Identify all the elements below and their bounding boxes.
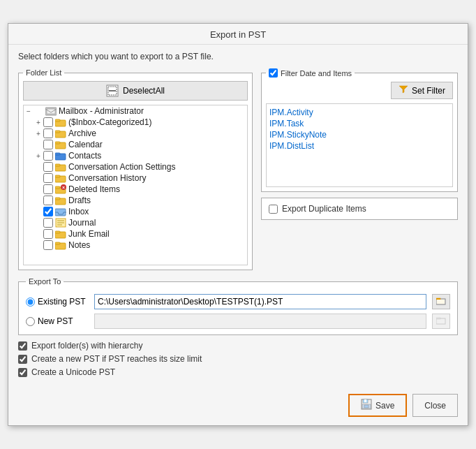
tree-item[interactable]: −Mailbox - Administrator bbox=[24, 105, 247, 117]
svg-text:×: × bbox=[62, 185, 65, 190]
tree-checkbox[interactable] bbox=[43, 240, 53, 250]
tree-checkbox[interactable] bbox=[43, 117, 53, 127]
footer: Save Close bbox=[8, 388, 468, 425]
tree-checkbox[interactable] bbox=[43, 128, 53, 138]
export-duplicate-label[interactable]: Export Duplicate Items bbox=[282, 204, 366, 214]
close-button[interactable]: Close bbox=[412, 394, 458, 417]
svg-rect-17 bbox=[55, 186, 60, 189]
svg-rect-38 bbox=[364, 399, 366, 402]
tree-checkbox[interactable] bbox=[43, 140, 53, 149]
existing-pst-row: Existing PST bbox=[26, 294, 450, 309]
set-filter-button[interactable]: Set Filter bbox=[391, 82, 453, 99]
new-pst-radio-label[interactable]: New PST bbox=[26, 316, 89, 326]
svg-rect-3 bbox=[47, 109, 55, 114]
folder-icon: × bbox=[55, 184, 66, 194]
option-row: Export folder(s) with hierarchy bbox=[18, 341, 458, 351]
set-filter-label: Set Filter bbox=[412, 86, 445, 96]
tree-checkbox[interactable] bbox=[43, 229, 53, 239]
folder-icon bbox=[55, 207, 66, 216]
filter-list-item: IPM.StickyNote bbox=[269, 129, 449, 140]
export-duplicate-checkbox[interactable] bbox=[269, 205, 278, 214]
svg-rect-13 bbox=[55, 164, 60, 166]
tree-item[interactable]: Conversation Action Settings bbox=[24, 161, 247, 172]
tree-item[interactable]: ×Deleted Items bbox=[24, 184, 247, 195]
folder-list-legend: Folder List bbox=[23, 68, 64, 77]
svg-rect-7 bbox=[55, 131, 60, 133]
export-dialog: Export in PST Select folders which you w… bbox=[8, 23, 468, 426]
deselect-all-button[interactable]: DeselectAll bbox=[23, 81, 248, 101]
tree-expander[interactable]: + bbox=[34, 152, 43, 160]
svg-rect-35 bbox=[436, 318, 440, 319]
option-checkbox[interactable] bbox=[18, 355, 27, 364]
option-label[interactable]: Create a new PST if PST reaches its size… bbox=[31, 354, 202, 364]
option-checkbox[interactable] bbox=[18, 368, 27, 377]
filter-list: IPM.ActivityIPM.TaskIPM.StickyNoteIPM.Di… bbox=[266, 103, 453, 187]
tree-checkbox[interactable] bbox=[43, 207, 53, 216]
export-to-fieldset: Export To Existing PST bbox=[18, 277, 458, 335]
browse-icon-disabled bbox=[436, 316, 446, 327]
filter-enabled-checkbox[interactable] bbox=[269, 68, 278, 78]
option-label[interactable]: Create a Unicode PST bbox=[31, 367, 115, 377]
folder-icon bbox=[55, 229, 66, 239]
tree-item-label: Mailbox - Administrator bbox=[59, 106, 144, 116]
svg-rect-33 bbox=[437, 300, 445, 304]
tree-item-label: Deleted Items bbox=[68, 184, 120, 194]
tree-expander[interactable]: + bbox=[34, 130, 43, 138]
svg-rect-9 bbox=[55, 142, 60, 144]
filter-list-item: IPM.DistList bbox=[269, 140, 449, 152]
tree-item-label: Conversation Action Settings bbox=[68, 162, 175, 172]
svg-rect-30 bbox=[55, 242, 60, 244]
tree-item-label: ($Inbox-Categorized1) bbox=[68, 117, 151, 127]
folder-icon bbox=[55, 218, 66, 228]
tree-item-label: Journal bbox=[68, 218, 96, 228]
export-to-legend: Export To bbox=[26, 277, 64, 286]
tree-item-label: Drafts bbox=[68, 196, 91, 205]
tree-item[interactable]: Junk Email bbox=[24, 228, 247, 240]
svg-rect-40 bbox=[364, 405, 369, 408]
existing-pst-path-input[interactable] bbox=[94, 294, 426, 309]
existing-pst-radio-label[interactable]: Existing PST bbox=[26, 297, 89, 307]
folder-icon bbox=[55, 240, 66, 250]
tree-item[interactable]: +Contacts bbox=[24, 150, 247, 161]
filter-list-item: IPM.Activity bbox=[269, 107, 449, 118]
new-pst-row: New PST bbox=[26, 314, 450, 329]
browse-icon bbox=[436, 297, 446, 307]
option-row: Create a Unicode PST bbox=[18, 367, 458, 377]
tree-checkbox[interactable] bbox=[43, 196, 53, 205]
svg-rect-32 bbox=[436, 298, 440, 300]
new-pst-radio[interactable] bbox=[26, 317, 35, 326]
options-section: Export folder(s) with hierarchy Create a… bbox=[18, 341, 458, 377]
tree-item[interactable]: Calendar bbox=[24, 139, 247, 150]
tree-expander[interactable]: + bbox=[34, 119, 43, 126]
tree-checkbox[interactable] bbox=[43, 218, 53, 228]
tree-item[interactable]: +($Inbox-Categorized1) bbox=[24, 117, 247, 128]
deselect-all-label: DeselectAll bbox=[123, 86, 165, 96]
tree-item-label: Archive bbox=[68, 128, 96, 138]
option-row: Create a new PST if PST reaches its size… bbox=[18, 354, 458, 364]
tree-item[interactable]: Journal bbox=[24, 217, 247, 228]
tree-checkbox[interactable] bbox=[43, 162, 53, 172]
folder-tree[interactable]: −Mailbox - Administrator+($Inbox-Categor… bbox=[23, 105, 248, 265]
save-button[interactable]: Save bbox=[348, 394, 407, 417]
tree-checkbox[interactable] bbox=[43, 151, 53, 161]
tree-item-label: Junk Email bbox=[68, 229, 110, 239]
tree-item[interactable]: +Archive bbox=[24, 128, 247, 139]
filter-icon bbox=[399, 84, 408, 96]
existing-pst-radio[interactable] bbox=[26, 297, 35, 307]
folder-icon bbox=[55, 196, 66, 205]
option-label[interactable]: Export folder(s) with hierarchy bbox=[31, 341, 142, 351]
tree-checkbox[interactable] bbox=[43, 184, 53, 194]
option-checkbox[interactable] bbox=[18, 341, 27, 351]
tree-item[interactable]: Notes bbox=[24, 240, 247, 251]
existing-pst-browse-button[interactable] bbox=[432, 294, 450, 309]
tree-item[interactable]: Conversation History bbox=[24, 172, 247, 184]
new-pst-path-input[interactable] bbox=[94, 314, 426, 329]
tree-item[interactable]: Inbox bbox=[24, 206, 247, 217]
tree-item-label: Contacts bbox=[68, 151, 101, 161]
tree-expander[interactable]: − bbox=[24, 108, 34, 115]
right-panel: Filter Date and Items Set Filter IPM.Act… bbox=[261, 68, 458, 270]
new-pst-label: New PST bbox=[38, 316, 73, 326]
close-label: Close bbox=[424, 401, 446, 411]
tree-checkbox[interactable] bbox=[43, 173, 53, 183]
tree-item[interactable]: Drafts bbox=[24, 195, 247, 206]
